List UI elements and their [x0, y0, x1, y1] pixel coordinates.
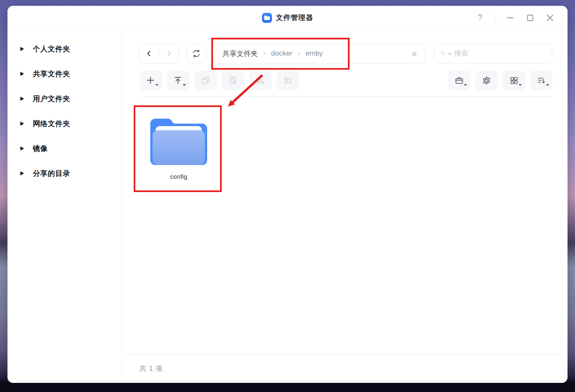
search-filter-caret-icon[interactable] [448, 53, 452, 55]
sidebar-item-label: 个人文件夹 [33, 44, 70, 54]
caret-down-icon [155, 84, 159, 86]
expand-triangle-icon[interactable] [20, 97, 24, 101]
sidebar-item-shared-directory[interactable]: 分享的目录 [7, 166, 121, 181]
status-bar: 共 1 项 [122, 354, 568, 383]
sidebar: 个人文件夹 共享文件夹 用户文件夹 网络文件夹 镜像 分享的目录 [7, 29, 122, 383]
breadcrumb-segment-root[interactable]: 共享文件夹 [223, 49, 258, 58]
scissors-icon [255, 75, 265, 85]
sidebar-item-label: 网络文件夹 [33, 119, 70, 129]
caret-down-icon [519, 84, 522, 86]
item-count-text: 共 1 项 [139, 364, 163, 373]
sidebar-item-label: 镜像 [33, 144, 48, 153]
nav-button-group [139, 44, 179, 63]
search-icon [440, 49, 446, 58]
app-folder-icon [262, 13, 272, 23]
rename-button[interactable] [276, 71, 299, 90]
sort-button[interactable] [530, 71, 553, 90]
sidebar-item-mirror[interactable]: 镜像 [7, 141, 121, 156]
expand-triangle-icon[interactable] [20, 122, 24, 126]
briefcase-icon [454, 75, 464, 85]
window-title: 文件管理器 [276, 13, 313, 22]
breadcrumb-segment-emby[interactable]: emby [306, 49, 323, 58]
back-button[interactable] [139, 44, 159, 63]
sidebar-item-label: 分享的目录 [33, 168, 70, 178]
grid-view-icon [509, 75, 519, 85]
copy-icon [201, 75, 210, 85]
breadcrumb: 共享文件夹 docker emby [213, 44, 426, 63]
toolbar-divider [139, 96, 553, 97]
upload-icon [173, 75, 183, 85]
controls-divider [496, 14, 496, 22]
folder-icon [150, 115, 207, 165]
expand-triangle-icon[interactable] [20, 72, 24, 76]
breadcrumb-separator-icon [262, 51, 267, 56]
star-icon [410, 49, 419, 58]
search-box [434, 44, 552, 63]
minimize-button[interactable] [505, 13, 515, 23]
paste-button[interactable] [222, 71, 244, 90]
upload-button[interactable] [167, 71, 189, 90]
file-manager-window: 文件管理器 ? 个人文件夹 共享文件夹 用户文件夹 [7, 6, 568, 383]
cut-button[interactable] [249, 71, 272, 90]
settings-button[interactable] [475, 71, 498, 90]
gear-icon [482, 75, 492, 85]
folder-name-label: config [170, 173, 187, 180]
plus-icon [146, 75, 156, 85]
sidebar-item-network-folder[interactable]: 网络文件夹 [7, 116, 121, 131]
favorite-button[interactable] [410, 49, 419, 60]
maximize-button[interactable] [525, 13, 535, 23]
toolbox-button[interactable] [448, 71, 470, 90]
caret-down-icon [183, 84, 186, 86]
sidebar-item-shared-folder[interactable]: 共享文件夹 [7, 66, 121, 81]
caret-down-icon [546, 84, 549, 86]
breadcrumb-segment-docker[interactable]: docker [271, 49, 292, 58]
rename-icon [283, 75, 293, 85]
help-button[interactable]: ? [475, 13, 485, 23]
titlebar-title-group: 文件管理器 [262, 6, 313, 29]
view-mode-button[interactable] [503, 71, 525, 90]
refresh-button[interactable] [186, 44, 206, 63]
forward-button[interactable] [159, 44, 179, 63]
copy-button[interactable] [194, 71, 217, 90]
main-area: 共享文件夹 docker emby [122, 29, 568, 383]
sidebar-item-label: 共享文件夹 [33, 69, 70, 79]
breadcrumb-separator-icon [296, 51, 302, 56]
sort-icon [536, 75, 546, 85]
sidebar-item-label: 用户文件夹 [33, 94, 70, 104]
refresh-icon [191, 49, 201, 58]
folder-item-config[interactable]: config [135, 106, 223, 192]
window-controls: ? [475, 6, 555, 29]
search-input[interactable] [454, 49, 546, 58]
expand-triangle-icon[interactable] [20, 47, 24, 51]
titlebar: 文件管理器 ? [7, 6, 568, 29]
new-button[interactable] [139, 71, 162, 90]
caret-down-icon [464, 84, 467, 86]
expand-triangle-icon[interactable] [20, 146, 24, 151]
paste-icon [228, 75, 238, 85]
close-button[interactable] [545, 13, 555, 23]
expand-triangle-icon[interactable] [20, 171, 24, 175]
sidebar-item-user-folder[interactable]: 用户文件夹 [7, 91, 121, 106]
sidebar-item-personal-folder[interactable]: 个人文件夹 [7, 41, 121, 56]
